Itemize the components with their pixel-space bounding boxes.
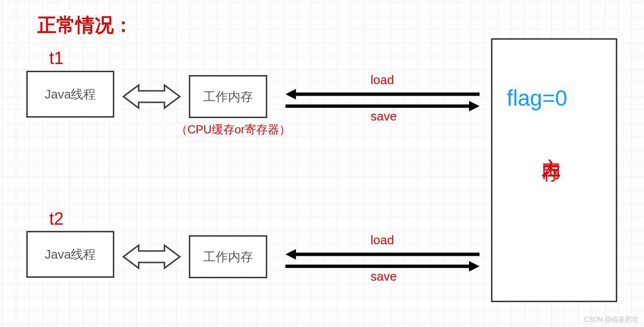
svg-marker-2 — [285, 89, 296, 99]
thread-2-label: t2 — [49, 209, 64, 229]
svg-marker-0 — [123, 85, 180, 108]
save-label-2: save — [371, 269, 397, 284]
bidir-arrow-1 — [123, 83, 180, 110]
work-mem-text-1: 工作内存 — [203, 88, 253, 105]
load-arrow-1 — [285, 89, 480, 99]
diagram-canvas: 正常情况： t1 Java线程 工作内存 （CPU缓存or寄存器） load s… — [0, 0, 644, 327]
load-arrow-2 — [285, 249, 480, 260]
svg-marker-7 — [285, 249, 296, 260]
thread-1-label: t1 — [49, 48, 64, 68]
work-mem-box-2: 工作内存 — [189, 235, 267, 278]
load-label-1: load — [371, 73, 394, 87]
work-mem-box-1: 工作内存 — [189, 75, 267, 118]
java-thread-text-1: Java线程 — [45, 86, 96, 103]
diagram-title: 正常情况： — [37, 12, 133, 38]
svg-marker-4 — [469, 101, 480, 111]
watermark: CSDN @碳基肥宅 — [584, 316, 638, 324]
svg-marker-9 — [469, 261, 480, 272]
main-memory-box — [491, 38, 617, 302]
bidir-arrow-2 — [123, 243, 180, 270]
java-thread-box-2: Java线程 — [26, 231, 114, 278]
java-thread-box-1: Java线程 — [26, 71, 114, 118]
cpu-note: （CPU缓存or寄存器） — [176, 122, 291, 137]
save-label-1: save — [371, 109, 397, 124]
java-thread-text-2: Java线程 — [45, 246, 96, 263]
flag-value: flag=0 — [507, 85, 568, 111]
main-memory-label: 主内存 — [539, 142, 563, 151]
load-label-2: load — [371, 233, 394, 248]
work-mem-text-2: 工作内存 — [203, 249, 253, 265]
svg-marker-5 — [123, 245, 180, 268]
